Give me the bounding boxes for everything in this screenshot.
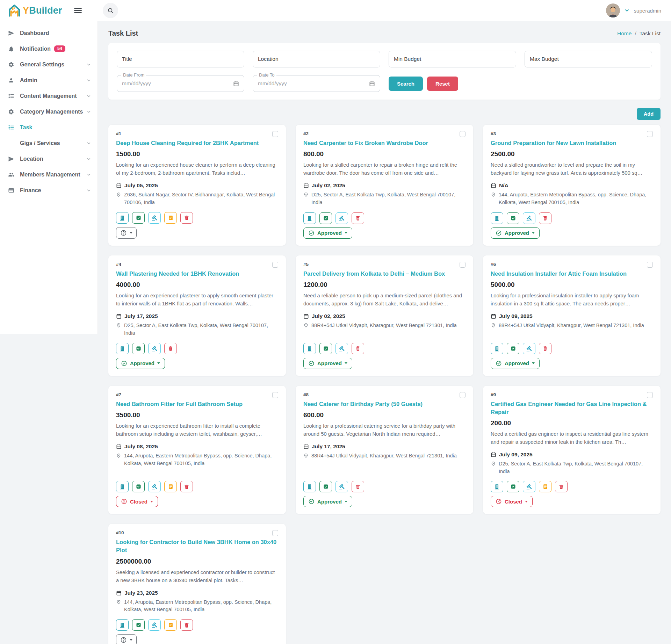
task-title[interactable]: Need Caterer for Birthday Party (50 Gues…	[303, 400, 466, 408]
delete-button[interactable]	[164, 343, 177, 354]
details-document-button[interactable]	[164, 212, 177, 224]
bids-gavel-button[interactable]	[336, 343, 348, 354]
sidebar-item-admin[interactable]: Admin	[0, 72, 98, 88]
approve-check-button[interactable]	[319, 481, 332, 492]
task-title[interactable]: Need Carpenter to Fix Broken Wardrobe Do…	[303, 139, 466, 147]
details-document-button[interactable]	[164, 481, 177, 492]
task-title[interactable]: Looking for Contractor to Build New 3BHK…	[116, 538, 278, 554]
task-select-checkbox[interactable]	[647, 262, 653, 268]
task-select-checkbox[interactable]	[647, 392, 653, 398]
building-button[interactable]	[116, 481, 129, 492]
approve-check-button[interactable]	[507, 212, 519, 224]
sidebar-item-dashboard[interactable]: Dashboard	[0, 25, 98, 41]
building-button[interactable]	[303, 481, 316, 492]
building-button[interactable]	[303, 343, 316, 354]
task-title[interactable]: Need Bathroom Fitter for Full Bathroom S…	[116, 400, 278, 408]
delete-button[interactable]	[539, 343, 551, 354]
calendar-picker-icon[interactable]	[369, 81, 375, 87]
task-title[interactable]: Certified Gas Engineer Needed for Gas Li…	[491, 400, 653, 416]
approve-check-button[interactable]	[319, 212, 332, 224]
search-submit-button[interactable]: Search	[389, 77, 423, 91]
bids-gavel-button[interactable]	[148, 343, 161, 354]
max-budget-filter-input[interactable]	[525, 51, 652, 67]
bids-gavel-button[interactable]	[148, 619, 161, 631]
details-document-button[interactable]	[539, 481, 551, 492]
bids-gavel-button[interactable]	[523, 343, 535, 354]
building-button[interactable]	[303, 212, 316, 224]
task-select-checkbox[interactable]	[272, 530, 278, 536]
delete-button[interactable]	[180, 481, 193, 492]
delete-button[interactable]	[352, 481, 364, 492]
building-button[interactable]	[491, 481, 503, 492]
user-avatar[interactable]	[606, 3, 620, 17]
building-button[interactable]	[491, 343, 503, 354]
task-select-checkbox[interactable]	[460, 131, 466, 137]
date-from-field[interactable]: Date From mm/dd/yyyy	[117, 75, 244, 92]
title-filter-input[interactable]	[117, 51, 244, 67]
building-button[interactable]	[491, 212, 503, 224]
building-button[interactable]	[116, 212, 129, 224]
task-select-checkbox[interactable]	[272, 262, 278, 268]
approve-check-button[interactable]	[507, 481, 519, 492]
sidebar-toggle-button[interactable]	[74, 3, 88, 17]
task-select-checkbox[interactable]	[460, 262, 466, 268]
status-dropdown-approved[interactable]: Approved	[116, 358, 165, 369]
delete-button[interactable]	[352, 343, 364, 354]
min-budget-filter-input[interactable]	[389, 51, 516, 67]
status-dropdown-approved[interactable]: Approved	[303, 358, 352, 369]
sidebar-item-location[interactable]: Location	[0, 151, 98, 167]
task-select-checkbox[interactable]	[272, 131, 278, 137]
date-to-field[interactable]: Date To mm/dd/yyyy	[253, 75, 380, 92]
status-dropdown-closed[interactable]: Closed	[491, 496, 533, 507]
approve-check-button[interactable]	[132, 212, 145, 224]
sidebar-item-gigs-services[interactable]: Gigs / Services	[0, 135, 98, 151]
bids-gavel-button[interactable]	[148, 481, 161, 492]
delete-button[interactable]	[352, 212, 364, 224]
delete-button[interactable]	[555, 481, 568, 492]
approve-check-button[interactable]	[507, 343, 519, 354]
delete-button[interactable]	[180, 619, 193, 631]
brand-logo[interactable]: YBuilder	[0, 4, 74, 17]
sidebar-item-category-managements[interactable]: Category Managements	[0, 104, 98, 120]
bids-gavel-button[interactable]	[336, 212, 348, 224]
task-title[interactable]: Parcel Delivery from Kolkata to Delhi – …	[303, 270, 466, 278]
add-task-button[interactable]: Add	[637, 108, 661, 120]
bids-gavel-button[interactable]	[148, 212, 161, 224]
approve-check-button[interactable]	[132, 619, 145, 631]
bids-gavel-button[interactable]	[336, 481, 348, 492]
status-dropdown-unknown[interactable]	[116, 634, 137, 644]
approve-check-button[interactable]	[132, 481, 145, 492]
breadcrumb-home-link[interactable]: Home	[617, 30, 632, 37]
reset-button[interactable]: Reset	[427, 77, 458, 91]
sidebar-item-general-settings[interactable]: General Settings	[0, 57, 98, 72]
sidebar-item-task[interactable]: Task	[0, 120, 98, 135]
task-title[interactable]: Need Insulation Installer for Attic Foam…	[491, 270, 653, 278]
calendar-picker-icon[interactable]	[233, 81, 239, 87]
status-dropdown-unknown[interactable]	[116, 227, 137, 239]
task-title[interactable]: Deep House Cleaning Required for 2BHK Ap…	[116, 139, 278, 147]
status-dropdown-approved[interactable]: Approved	[491, 358, 540, 369]
delete-button[interactable]	[539, 212, 551, 224]
sidebar-item-content-management[interactable]: Content Management	[0, 88, 98, 104]
bids-gavel-button[interactable]	[523, 481, 535, 492]
search-button[interactable]	[103, 3, 118, 18]
details-document-button[interactable]	[164, 619, 177, 631]
status-dropdown-approved[interactable]: Approved	[303, 496, 352, 507]
status-dropdown-closed[interactable]: Closed	[116, 496, 158, 507]
status-dropdown-approved[interactable]: Approved	[491, 227, 540, 239]
task-select-checkbox[interactable]	[647, 131, 653, 137]
status-dropdown-approved[interactable]: Approved	[303, 227, 352, 239]
building-button[interactable]	[116, 343, 129, 354]
sidebar-item-finance[interactable]: Finance	[0, 182, 98, 198]
bids-gavel-button[interactable]	[523, 212, 535, 224]
task-title[interactable]: Wall Plastering Needed for 1BHK Renovati…	[116, 270, 278, 278]
building-button[interactable]	[116, 619, 129, 631]
user-menu-chevron-icon[interactable]	[624, 8, 630, 13]
approve-check-button[interactable]	[132, 343, 145, 354]
task-title[interactable]: Ground Preparation for New Lawn Installa…	[491, 139, 653, 147]
delete-button[interactable]	[180, 212, 193, 224]
sidebar-item-notification[interactable]: Notification54	[0, 41, 98, 57]
task-select-checkbox[interactable]	[460, 392, 466, 398]
sidebar-item-members-management[interactable]: Members Management	[0, 167, 98, 182]
location-filter-input[interactable]	[253, 51, 380, 67]
